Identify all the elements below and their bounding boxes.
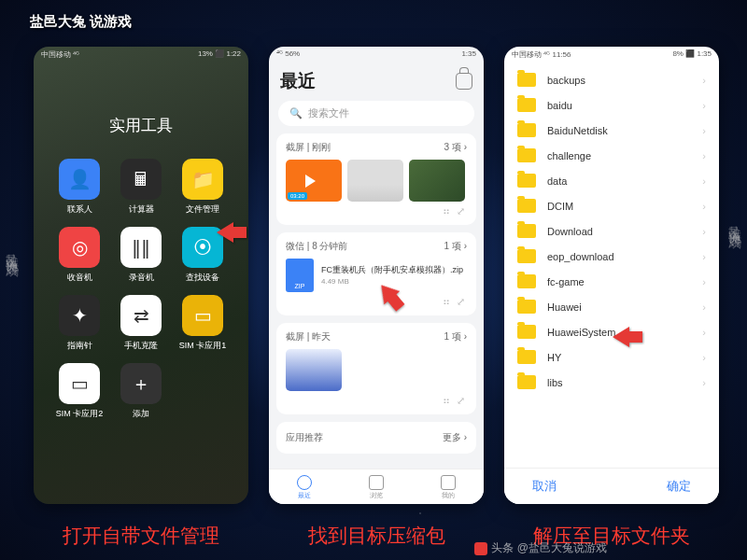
- folder-BaiduNetdisk[interactable]: BaiduNetdisk›: [504, 118, 719, 143]
- pointer-arrow-icon: [206, 222, 233, 243]
- phone-folder-browser: 中国移动 ⁴ᴳ 11:568% ⬛ 1:35 backups›baidu›Bai…: [504, 47, 719, 504]
- folder-HY[interactable]: HY›: [504, 344, 719, 370]
- app-label: 计算器: [129, 203, 154, 216]
- folder-name: baidu: [547, 100, 572, 111]
- folder-icon: [517, 350, 536, 364]
- folder-backups[interactable]: backups›: [504, 67, 719, 92]
- chevron-right-icon: ›: [702, 276, 706, 287]
- nav-icon: [369, 475, 384, 490]
- screen-title: 最近: [280, 69, 316, 93]
- pointer-arrow-icon: [602, 327, 629, 347]
- folder-Huawei[interactable]: Huawei›: [504, 294, 719, 319]
- folder-icon: [517, 249, 536, 263]
- app-label: SIM 卡应用2: [56, 408, 104, 420]
- folder-baidu[interactable]: baidu›: [504, 92, 719, 118]
- chevron-right-icon: ›: [702, 327, 706, 338]
- chevron-right-icon: ›: [702, 251, 706, 262]
- folder-name: fc-game: [547, 276, 585, 287]
- page-title: 盐邑大兔说游戏: [26, 7, 132, 32]
- app-录音机[interactable]: ‖‖录音机: [114, 227, 168, 284]
- app-label: 联系人: [67, 203, 92, 216]
- card-wechat-file[interactable]: 微信 | 8 分钟前 1 项 › ZIP FC重装机兵（附手机安卓模拟器）.zi…: [276, 232, 476, 315]
- chevron-right-icon: ›: [702, 201, 706, 212]
- folder-name: HY: [547, 352, 561, 363]
- app-label: 指南针: [67, 340, 92, 352]
- video-thumbnail[interactable]: 03:20: [286, 160, 342, 202]
- app-文件管理[interactable]: 📁文件管理: [176, 159, 230, 216]
- section-title: 实用工具: [34, 115, 248, 136]
- nav-icon: [441, 475, 456, 490]
- app-SIM 卡应用1[interactable]: ▭SIM 卡应用1: [176, 295, 230, 352]
- count-badge: 1 项 ›: [444, 330, 467, 343]
- folder-fc-game[interactable]: fc-game›: [504, 269, 719, 294]
- chevron-right-icon: ›: [702, 75, 706, 86]
- chevron-right-icon: ›: [702, 352, 706, 363]
- caption-step2: 找到目标压缩包: [269, 523, 484, 549]
- card-screenshots-now[interactable]: 截屏 | 刚刚 3 项 › 03:20 ⠶ ⤢: [276, 133, 476, 225]
- app-联系人[interactable]: 👤联系人: [52, 159, 106, 216]
- folder-icon: [517, 174, 536, 188]
- watermark-left: 盐邑大兔说游戏: [4, 243, 21, 256]
- nav-浏览[interactable]: 浏览: [369, 475, 384, 500]
- expand-icon[interactable]: ⠶ ⤢: [286, 205, 467, 217]
- folder-libs[interactable]: libs›: [504, 370, 719, 395]
- confirm-button[interactable]: 确定: [667, 478, 691, 495]
- app-添加[interactable]: ＋添加: [114, 363, 168, 420]
- folder-icon: [517, 199, 536, 213]
- folder-data[interactable]: data›: [504, 168, 719, 193]
- image-thumbnail[interactable]: [347, 160, 403, 202]
- app-计算器[interactable]: 🖩计算器: [114, 159, 168, 216]
- app-icon: 📁: [182, 159, 223, 200]
- folder-name: BaiduNetdisk: [547, 125, 608, 136]
- folder-icon: [517, 148, 536, 162]
- folder-name: data: [547, 175, 567, 187]
- folder-name: backups: [547, 75, 585, 86]
- folder-name: DCIM: [547, 201, 573, 212]
- app-label: 文件管理: [186, 203, 219, 216]
- watermark-right: 盐邑大兔说游戏: [726, 215, 743, 228]
- count-badge: 1 项 ›: [444, 240, 467, 253]
- app-收音机[interactable]: ◎收音机: [52, 227, 106, 284]
- status-bar: ⁴ᴳ 56%1:35: [269, 47, 484, 63]
- image-thumbnail[interactable]: [409, 160, 465, 202]
- lock-icon[interactable]: [456, 73, 472, 90]
- folder-icon: [517, 224, 536, 238]
- search-input[interactable]: 🔍 搜索文件: [278, 101, 474, 126]
- expand-icon[interactable]: ⠶ ⤢: [286, 395, 467, 407]
- app-grid: 👤联系人🖩计算器📁文件管理◎收音机‖‖录音机⦿查找设备✦指南针⇄手机克隆▭SIM…: [34, 142, 248, 437]
- phone-files-recent: ⁴ᴳ 56%1:35 最近 🔍 搜索文件 截屏 | 刚刚 3 项 › 03:20…: [269, 47, 484, 504]
- image-thumbnail[interactable]: [286, 349, 342, 391]
- folder-Download[interactable]: Download›: [504, 218, 719, 244]
- status-bar: 中国移动 ⁴ᴳ 11:568% ⬛ 1:35: [504, 47, 719, 63]
- nav-我的[interactable]: 我的: [441, 475, 456, 500]
- folder-challenge[interactable]: challenge›: [504, 143, 719, 168]
- folder-eop_download[interactable]: eop_download›: [504, 244, 719, 269]
- card-screenshots-yesterday[interactable]: 截屏 | 昨天 1 项 › ⠶ ⤢: [276, 323, 476, 414]
- app-icon: ▭: [59, 363, 100, 404]
- chevron-right-icon: ›: [702, 226, 706, 237]
- more-link[interactable]: 更多 ›: [443, 431, 467, 444]
- chevron-right-icon: ›: [702, 100, 706, 111]
- app-label: 收音机: [67, 272, 92, 284]
- caption-step1: 打开自带文件管理: [34, 523, 248, 549]
- cancel-button[interactable]: 取消: [532, 478, 557, 495]
- expand-icon[interactable]: ⠶ ⤢: [286, 296, 467, 308]
- app-label: 录音机: [129, 272, 154, 284]
- app-label: 手机克隆: [124, 340, 158, 352]
- app-icon: ▭: [182, 295, 223, 336]
- app-指南针[interactable]: ✦指南针: [52, 295, 106, 352]
- app-SIM 卡应用2[interactable]: ▭SIM 卡应用2: [52, 363, 106, 420]
- app-label: 添加: [133, 408, 149, 420]
- folder-icon: [517, 123, 536, 137]
- folder-DCIM[interactable]: DCIM›: [504, 193, 719, 218]
- zip-icon: ZIP: [286, 259, 314, 292]
- card-app-recommend[interactable]: 应用推荐 更多 ›: [276, 422, 476, 454]
- search-icon: 🔍: [289, 107, 303, 119]
- folder-icon: [517, 325, 536, 339]
- folder-icon: [517, 73, 536, 87]
- nav-最近[interactable]: 最近: [297, 475, 312, 500]
- folder-icon: [517, 98, 536, 112]
- nav-icon: [297, 475, 312, 490]
- folder-name: challenge: [547, 150, 591, 161]
- app-手机克隆[interactable]: ⇄手机克隆: [114, 295, 168, 352]
